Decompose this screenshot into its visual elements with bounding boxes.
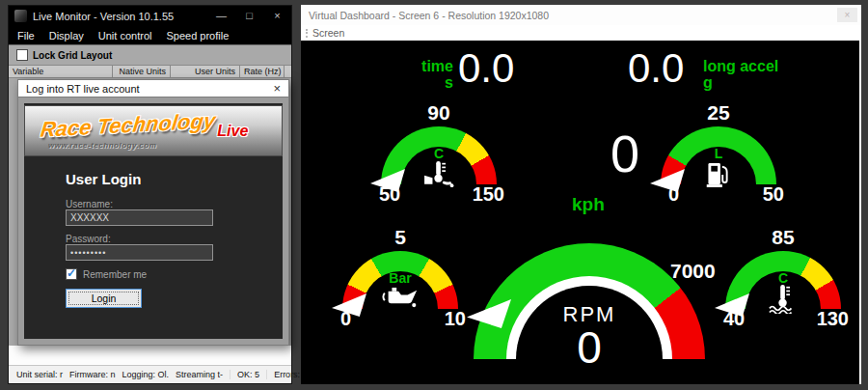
gauge-max-label: 50: [763, 183, 784, 206]
logo-live-text: Live: [217, 123, 248, 140]
gear-counter-value: 0: [596, 125, 654, 182]
status-streaming: Streaming t-: [176, 370, 230, 379]
gauge-unit-label: Bar: [342, 270, 458, 286]
logo-url-text: www.race-technology.com: [48, 141, 156, 150]
gauge-min-label: 50: [379, 183, 400, 206]
login-dialog-body: Race TechnologyLive www.race-technology.…: [17, 97, 289, 346]
time-unit: s: [384, 74, 453, 91]
login-button[interactable]: Login: [66, 289, 142, 308]
minimize-icon[interactable]: —: [207, 6, 235, 26]
logo-text-row: Race TechnologyLive: [41, 113, 248, 138]
gauge-min-label: 0: [340, 308, 351, 330]
gauge-max-label: 130: [817, 308, 849, 330]
gauge-mid-label: 5: [342, 226, 458, 249]
virtual-dashboard-title: Virtual Dashboard - Screen 6 - Resolutio…: [309, 10, 549, 21]
fuel-gauge: 25 L 0 50: [661, 101, 776, 213]
long-accel-value: 0.0: [628, 48, 684, 89]
close-icon[interactable]: ×: [837, 8, 857, 22]
oil-pressure-icon: [381, 285, 420, 312]
oil-pressure-gauge: 5 Bar 0 10: [342, 226, 458, 338]
dashboard-canvas: time s 0.0 0.0 long accel g 0 kph 7000 9…: [301, 41, 859, 384]
menu-bar: File Display Unit control Speed profile: [9, 26, 291, 44]
status-ok: OK: 5: [230, 370, 266, 379]
race-technology-logo: Race TechnologyLive www.race-technology.…: [24, 105, 283, 156]
status-unit-serial: Unit serial: r: [16, 370, 69, 379]
rpm-gauge: RPM 0: [474, 243, 705, 383]
column-header-rate[interactable]: Rate (Hz): [240, 66, 285, 77]
status-logging: Logging: Ol.: [122, 370, 176, 379]
username-field[interactable]: [66, 209, 213, 226]
user-login-heading: User Login: [66, 171, 141, 187]
time-value: 0.0: [458, 48, 514, 89]
menu-unit-control[interactable]: Unit control: [98, 30, 152, 42]
app-icon: [14, 10, 27, 22]
long-accel-readout-labels: long accel g: [703, 58, 778, 91]
password-field[interactable]: [66, 244, 213, 261]
login-dialog-content: Race TechnologyLive www.race-technology.…: [24, 103, 283, 339]
remember-me-label: Remember me: [83, 269, 147, 280]
close-icon[interactable]: ×: [263, 6, 291, 26]
menu-grip: [306, 29, 308, 38]
oil-temperature-icon: [422, 160, 455, 191]
desktop: Live Monitor - Version 10.1.55 — □ × Fil…: [0, 0, 868, 390]
speed-unit-label: kph: [572, 194, 605, 215]
gauge-mid-label: 25: [661, 101, 776, 125]
remember-me-checkbox[interactable]: ✓: [66, 268, 77, 280]
gauge-min-label: 40: [723, 308, 745, 330]
fuel-pump-icon: [707, 160, 731, 192]
lower-panel: [9, 346, 291, 365]
menu-speed-profile[interactable]: Speed profile: [166, 30, 229, 42]
maximize-icon[interactable]: □: [235, 6, 263, 26]
menu-display[interactable]: Display: [49, 30, 84, 42]
gauge-unit-label: C: [381, 146, 497, 161]
login-dialog-titlebar[interactable]: Log into RT live account ×: [17, 79, 289, 97]
dialog-close-icon[interactable]: ×: [273, 81, 281, 97]
variable-table-header: Variable Native Units User Units Rate (H…: [9, 65, 291, 78]
gauge-unit-label: L: [661, 146, 776, 161]
rpm-value: 0: [474, 323, 705, 373]
status-firmware: Firmware: n: [69, 370, 122, 379]
gauge-max-label: 10: [445, 308, 466, 330]
virtual-dashboard-titlebar[interactable]: Virtual Dashboard - Screen 6 - Resolutio…: [301, 5, 861, 25]
login-dialog: Log into RT live account × Race Technolo…: [17, 79, 289, 346]
menu-file[interactable]: File: [17, 30, 35, 42]
login-dialog-title: Log into RT live account: [26, 83, 140, 95]
column-header-user-units[interactable]: User Units: [171, 66, 240, 77]
gauge-mid-label: 85: [725, 226, 841, 249]
logo-brand-text: Race Technology: [40, 108, 217, 143]
remember-me-row: ✓ Remember me: [66, 268, 147, 280]
lock-grid-checkbox[interactable]: [16, 49, 28, 61]
virtual-dashboard-window: Virtual Dashboard - Screen 6 - Resolutio…: [301, 5, 861, 384]
gauge-mid-label: 90: [381, 101, 497, 125]
time-readout-labels: time s: [384, 58, 453, 91]
gauge-max-label: 150: [473, 183, 504, 206]
password-label: Password:: [66, 234, 111, 244]
dashboard-menu-bar: Screen: [301, 25, 861, 41]
oil-temperature-gauge: 90 C: [381, 101, 497, 213]
menu-screen[interactable]: Screen: [312, 27, 344, 39]
gauge-unit-label: C: [725, 270, 841, 286]
coolant-temperature-icon: [769, 285, 798, 318]
toolbar: Lock Grid Layout: [9, 44, 291, 65]
live-monitor-titlebar[interactable]: Live Monitor - Version 10.1.55 — □ ×: [9, 6, 291, 26]
username-label: Username:: [66, 199, 113, 209]
column-header-native-units[interactable]: Native Units: [113, 66, 171, 77]
water-temperature-gauge: 85 C: [725, 226, 841, 338]
lock-grid-label: Lock Grid Layout: [33, 50, 112, 61]
long-accel-unit: g: [703, 74, 778, 91]
window-title: Live Monitor - Version 10.1.55: [33, 11, 174, 22]
window-controls: — □ ×: [207, 6, 291, 26]
status-bar: Unit serial: r Firmware: n Logging: Ol. …: [9, 365, 291, 383]
time-label: time: [384, 58, 453, 74]
check-icon: ✓: [67, 266, 76, 280]
gauge-min-label: 0: [668, 183, 679, 206]
column-header-variable[interactable]: Variable: [9, 66, 113, 77]
long-accel-label: long accel: [703, 58, 778, 74]
